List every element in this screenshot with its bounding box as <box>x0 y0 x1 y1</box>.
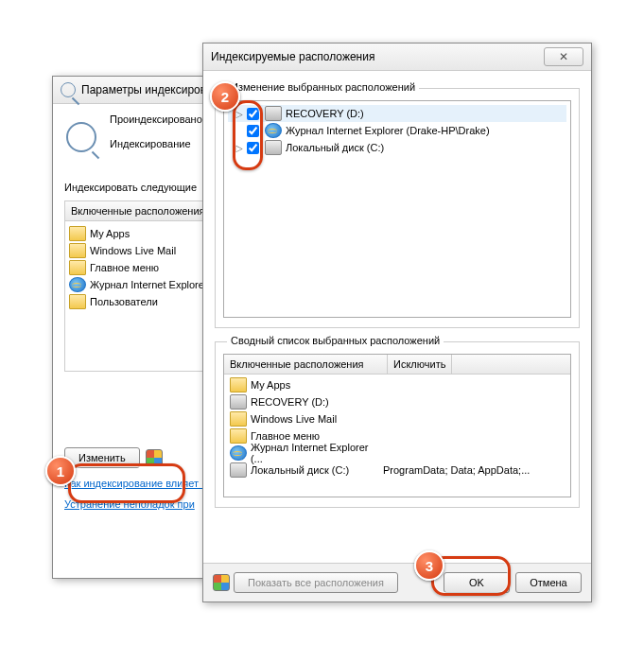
shield-icon <box>213 574 230 591</box>
summary-label-cell: RECOVERY (D:) <box>251 396 329 408</box>
tree-item-label: Журнал Internet Explorer (Drake-HP\Drake… <box>286 125 490 136</box>
summary-label-cell: Главное меню <box>251 430 320 442</box>
summary-label-cell: Локальный диск (C:) <box>251 464 349 476</box>
drive-icon <box>265 106 282 121</box>
callout-3: 3 <box>414 550 444 581</box>
summary-label-cell: My Apps <box>251 379 290 391</box>
list-item-label: My Apps <box>90 228 130 239</box>
search-icon <box>61 82 76 97</box>
summary-list: Включенные расположения Исключить My App… <box>223 354 571 497</box>
magnifier-icon <box>66 122 96 154</box>
summary-col-exclude[interactable]: Исключить <box>388 355 452 374</box>
ie-icon <box>230 445 247 461</box>
summary-col-included[interactable]: Включенные расположения <box>224 355 388 374</box>
folder-icon <box>69 260 86 275</box>
table-row[interactable]: Windows Live Mail <box>226 410 568 427</box>
folder-icon <box>69 243 86 258</box>
list-item-label: Windows Live Mail <box>90 245 176 256</box>
callout-1: 1 <box>45 456 76 486</box>
front-title: Индексируемые расположения <box>211 50 374 63</box>
summary-label-cell: Журнал Internet Explorer (... <box>251 442 383 464</box>
change-locations-fieldset: Изменение выбранных расположений ▷ RECOV… <box>215 88 580 328</box>
tree-item-ie-history[interactable]: Журнал Internet Explorer (Drake-HP\Drake… <box>228 122 566 139</box>
locations-tree[interactable]: ▷ RECOVERY (D:) Журнал Internet Explorer… <box>223 100 571 318</box>
drive-icon <box>230 462 247 478</box>
tree-item-recovery[interactable]: ▷ RECOVERY (D:) <box>228 105 566 122</box>
summary-exclude-cell: ProgramData; Data; AppData;... <box>383 464 530 476</box>
table-row[interactable]: Журнал Internet Explorer (... <box>226 445 568 462</box>
table-row[interactable]: RECOVERY (D:) <box>226 393 568 410</box>
stage: Параметры индексирования Проиндексирован… <box>0 0 644 645</box>
drive-icon <box>230 394 247 410</box>
list-item-label: Главное меню <box>90 262 159 273</box>
summary-label: Сводный список выбранных расположений <box>227 335 444 346</box>
close-icon: ✕ <box>559 50 568 63</box>
folder-icon <box>69 226 86 241</box>
table-row[interactable]: My Apps <box>226 376 568 393</box>
list-item-label: Журнал Internet Explorer <box>90 279 208 290</box>
callout-2: 2 <box>210 81 240 112</box>
front-bottom-bar: Показать все расположения OK Отмена <box>203 563 591 601</box>
cancel-button[interactable]: Отмена <box>515 572 582 593</box>
tree-item-label: RECOVERY (D:) <box>286 108 364 119</box>
show-all-locations-button[interactable]: Показать все расположения <box>234 572 398 593</box>
ie-icon <box>265 123 282 138</box>
summary-header: Включенные расположения Исключить <box>224 355 570 375</box>
summary-label-cell: Windows Live Mail <box>251 413 337 425</box>
summary-fieldset: Сводный список выбранных расположений Вк… <box>215 341 580 508</box>
highlight-ring-1 <box>68 463 185 503</box>
drive-icon <box>265 140 282 155</box>
front-titlebar: Индексируемые расположения ✕ <box>203 44 591 71</box>
summary-body: My Apps RECOVERY (D:) Windows Live Mail … <box>224 375 570 480</box>
tree-label: Изменение выбранных расположений <box>227 81 419 93</box>
folder-icon <box>230 377 247 392</box>
tree-item-label: Локальный диск (C:) <box>286 142 384 153</box>
folder-icon <box>230 411 247 427</box>
list-item-label: Пользователи <box>90 296 158 307</box>
table-row[interactable]: Локальный диск (C:)ProgramData; Data; Ap… <box>226 462 568 479</box>
folder-icon <box>69 294 86 309</box>
close-button[interactable]: ✕ <box>544 47 583 66</box>
tree-item-local-disk-c[interactable]: ▷ Локальный диск (C:) <box>228 139 566 156</box>
ie-icon <box>69 277 86 292</box>
highlight-ring-2 <box>233 100 263 170</box>
